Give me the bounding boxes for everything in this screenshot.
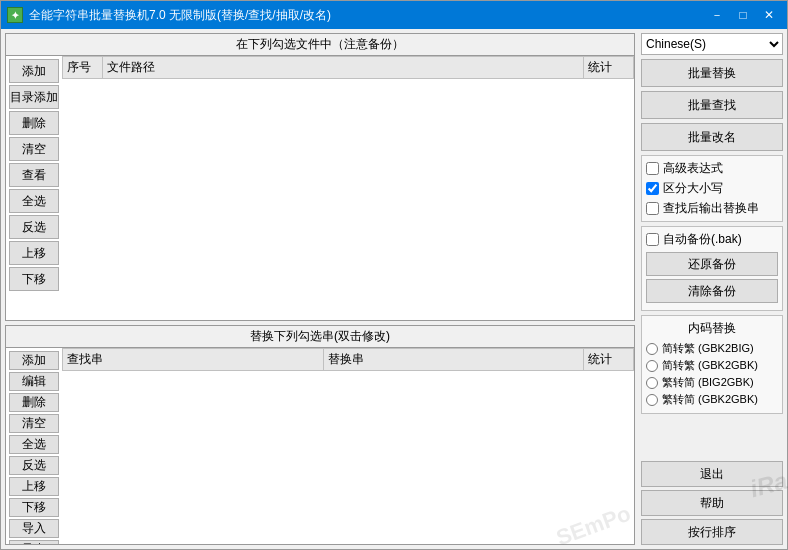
encode-label-1: 简转繁 (GBK2GBK)	[662, 358, 758, 373]
encode-label-2: 繁转简 (BIG2GBK)	[662, 375, 754, 390]
top-move-up-button[interactable]: 上移	[9, 241, 59, 265]
bottom-move-down-button[interactable]: 下移	[9, 498, 59, 517]
top-clear-button[interactable]: 清空	[9, 137, 59, 161]
clear-backup-button[interactable]: 清除备份	[646, 279, 778, 303]
encode-radio-3[interactable]	[646, 394, 658, 406]
case-sensitive-label: 区分大小写	[663, 180, 723, 197]
encode-radio-2[interactable]	[646, 377, 658, 389]
bottom-edit-button[interactable]: 编辑	[9, 372, 59, 391]
top-sidebar-buttons: 添加 目录添加 删除 清空 查看 全选 反选 上移 下移	[6, 56, 62, 320]
col-replace-stat-header: 统计	[584, 349, 634, 371]
close-button[interactable]: ✕	[757, 5, 781, 25]
encode-label-0: 简转繁 (GBK2BIG)	[662, 341, 754, 356]
minimize-button[interactable]: －	[705, 5, 729, 25]
advanced-regex-checkbox[interactable]	[646, 162, 659, 175]
window-controls: － □ ✕	[705, 5, 781, 25]
encode-option-2: 繁转简 (BIG2GBK)	[646, 375, 778, 390]
col-stat-header: 统计	[584, 57, 634, 79]
encode-radio-0[interactable]	[646, 343, 658, 355]
output-after-checkbox[interactable]	[646, 202, 659, 215]
auto-backup-item: 自动备份(.bak)	[646, 231, 778, 248]
top-select-all-button[interactable]: 全选	[9, 189, 59, 213]
bottom-invert-select-button[interactable]: 反选	[9, 456, 59, 475]
bottom-move-up-button[interactable]: 上移	[9, 477, 59, 496]
bottom-export-button[interactable]: 导出	[9, 540, 59, 544]
batch-rename-button[interactable]: 批量改名	[641, 123, 783, 151]
maximize-button[interactable]: □	[731, 5, 755, 25]
batch-find-button[interactable]: 批量查找	[641, 91, 783, 119]
window-title: 全能字符串批量替换机7.0 无限制版(替换/查找/抽取/改名)	[29, 7, 705, 24]
backup-group: 自动备份(.bak) 还原备份 清除备份	[641, 226, 783, 311]
top-move-down-button[interactable]: 下移	[9, 267, 59, 291]
options-group: 高级表达式 区分大小写 查找后输出替换串	[641, 155, 783, 222]
output-after-label: 查找后输出替换串	[663, 200, 759, 217]
help-button[interactable]: 帮助	[641, 490, 783, 516]
top-dir-add-button[interactable]: 目录添加	[9, 85, 59, 109]
bottom-right-buttons: 退出 帮助 按行排序	[641, 461, 783, 545]
encode-option-1: 简转繁 (GBK2GBK)	[646, 358, 778, 373]
col-path-header: 文件路径	[103, 57, 584, 79]
bottom-clear-button[interactable]: 清空	[9, 414, 59, 433]
output-after-item: 查找后输出替换串	[646, 200, 778, 217]
bottom-select-all-button[interactable]: 全选	[9, 435, 59, 454]
auto-backup-label: 自动备份(.bak)	[663, 231, 742, 248]
auto-backup-checkbox[interactable]	[646, 233, 659, 246]
encode-label-3: 繁转简 (GBK2GBK)	[662, 392, 758, 407]
bottom-import-button[interactable]: 导入	[9, 519, 59, 538]
col-find-header: 查找串	[63, 349, 324, 371]
top-add-button[interactable]: 添加	[9, 59, 59, 83]
encode-convert-title: 内码替换	[646, 320, 778, 337]
advanced-regex-item: 高级表达式	[646, 160, 778, 177]
top-view-button[interactable]: 查看	[9, 163, 59, 187]
sort-button[interactable]: 按行排序	[641, 519, 783, 545]
encoding-dropdown[interactable]: Chinese(S) Chinese(T) UTF-8 GBK BIG5	[641, 33, 783, 55]
exit-button[interactable]: 退出	[641, 461, 783, 487]
encode-option-0: 简转繁 (GBK2BIG)	[646, 341, 778, 356]
top-section-title: 在下列勾选文件中（注意备份）	[6, 34, 634, 56]
top-invert-select-button[interactable]: 反选	[9, 215, 59, 239]
encode-convert-group: 内码替换 简转繁 (GBK2BIG) 简转繁 (GBK2GBK) 繁转简 (BI…	[641, 315, 783, 414]
case-sensitive-checkbox[interactable]	[646, 182, 659, 195]
batch-replace-button[interactable]: 批量替换	[641, 59, 783, 87]
bottom-delete-button[interactable]: 删除	[9, 393, 59, 412]
app-icon: ✦	[7, 7, 23, 23]
restore-backup-button[interactable]: 还原备份	[646, 252, 778, 276]
case-sensitive-item: 区分大小写	[646, 180, 778, 197]
col-seq-header: 序号	[63, 57, 103, 79]
bottom-add-button[interactable]: 添加	[9, 351, 59, 370]
encode-option-3: 繁转简 (GBK2GBK)	[646, 392, 778, 407]
advanced-regex-label: 高级表达式	[663, 160, 723, 177]
encode-radio-1[interactable]	[646, 360, 658, 372]
bottom-sidebar-buttons: 添加 编辑 删除 清空 全选 反选 上移 下移 导入 导出	[6, 348, 62, 544]
bottom-section-title: 替换下列勾选串(双击修改)	[6, 326, 634, 348]
replace-table: 查找串 替换串 统计	[62, 348, 634, 371]
top-delete-button[interactable]: 删除	[9, 111, 59, 135]
col-replace-header: 替换串	[323, 349, 584, 371]
title-bar: ✦ 全能字符串批量替换机7.0 无限制版(替换/查找/抽取/改名) － □ ✕	[1, 1, 787, 29]
file-table: 序号 文件路径 统计	[62, 56, 634, 79]
